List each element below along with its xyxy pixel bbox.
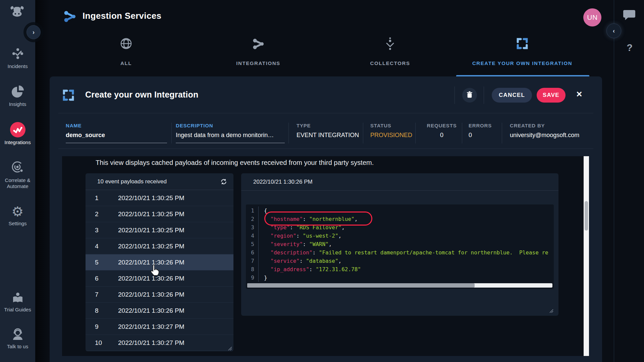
field-label: TYPE	[297, 123, 361, 128]
divider	[363, 123, 363, 143]
trial-guides-icon	[11, 299, 24, 305]
tab-label: COLLECTORS	[340, 60, 440, 66]
talk-to-us-icon	[11, 336, 24, 342]
description-input[interactable]: Ingest data from a demo monitorin…	[176, 132, 286, 139]
sidebar-item-integrations[interactable]: Integrations	[0, 122, 35, 145]
code-horizontal-scrollbar-thumb[interactable]	[247, 283, 475, 288]
cancel-button[interactable]: CANCEL	[492, 88, 532, 103]
panel-title: Create your own Integration	[85, 90, 198, 100]
insights-icon	[11, 94, 24, 99]
sidebar-shadow	[35, 0, 50, 362]
code-horizontal-scrollbar[interactable]	[247, 283, 552, 288]
help-icon[interactable]: ?	[625, 42, 635, 53]
field-label: ERRORS	[469, 123, 500, 128]
field-label: REQUESTS	[423, 123, 461, 128]
sidebar-item-label: Insights	[0, 101, 35, 107]
payload-row[interactable]: 3 2022/10/21 1:30:25 PM	[86, 222, 233, 238]
hand-cursor	[149, 264, 161, 280]
field-label: STATUS	[370, 123, 414, 128]
sidebar-item-insights[interactable]: Insights	[0, 85, 35, 107]
content-vertical-scrollbar[interactable]	[584, 156, 589, 356]
field-value: 0	[423, 132, 461, 139]
tab-label: ALL	[76, 60, 176, 66]
tab-integrations[interactable]: INTEGRATIONS	[208, 37, 309, 77]
divider	[462, 123, 462, 143]
expand-sidebar-button[interactable]: ›	[26, 25, 41, 39]
payload-detail-panel: 2022/10/21 1:30:26 PM 1 { 2 "hostname": …	[241, 173, 558, 316]
payload-row[interactable]: 4 2022/10/21 1:30:25 PM	[86, 238, 233, 254]
payload-row-number: 7	[95, 287, 99, 303]
code-text: "description": "Failed to restart damenp…	[259, 248, 548, 257]
sidebar-item-settings[interactable]: ⚙ Settings	[0, 204, 35, 227]
payload-row-timestamp: 2022/10/21 1:30:25 PM	[118, 206, 184, 222]
tab-collectors[interactable]: COLLECTORS	[340, 37, 440, 77]
list-resize-grip[interactable]	[228, 346, 232, 352]
chat-icon[interactable]	[623, 9, 636, 22]
code-text: "region": "us-west-2",	[259, 232, 341, 240]
sidebar-item-talk-to-us[interactable]: Talk to us	[0, 328, 35, 350]
field-type: TYPE EVENT INTEGRATION	[297, 123, 361, 139]
field-name[interactable]: NAME demo_source	[66, 123, 170, 139]
detail-resize-grip[interactable]	[549, 308, 553, 314]
code-line: 7 "service": "database",	[246, 257, 554, 265]
payload-row-number: 3	[95, 222, 99, 238]
line-number: 5	[246, 240, 259, 248]
line-number: 1	[246, 206, 259, 215]
code-line: 8 "ip_address": "172.31.62.78"	[246, 265, 554, 274]
payload-row-number: 4	[95, 238, 99, 254]
collapse-panel-button[interactable]: ‹	[606, 23, 621, 38]
payload-row-number: 2	[95, 206, 99, 222]
sidebar-item-label: Incidents	[0, 63, 35, 69]
code-line: 9 }	[246, 274, 554, 282]
payload-row-timestamp: 2022/10/21 1:30:26 PM	[118, 287, 184, 303]
tab-create-your-own-integration[interactable]: CREATE YOUR OWN INTEGRATION	[455, 37, 589, 77]
refresh-icon[interactable]	[220, 178, 227, 187]
line-number: 6	[246, 248, 259, 257]
payload-list: 10 event payloads received 1 2022/10/21 …	[86, 173, 233, 351]
field-created-by: CREATED BY university@moogsoft.com	[510, 123, 597, 139]
divider	[58, 113, 593, 113]
name-input[interactable]: demo_source	[66, 132, 170, 139]
line-number: 8	[246, 265, 259, 274]
trash-icon	[467, 91, 473, 100]
field-label: CREATED BY	[510, 123, 597, 128]
payload-row-timestamp: 2022/10/21 1:30:27 PM	[118, 335, 184, 351]
sidebar-item-correlate-automate[interactable]: Correlate & Automate	[0, 160, 35, 189]
save-button[interactable]: SAVE	[537, 88, 566, 103]
status-badge: PROVISIONED	[370, 132, 414, 139]
code-line: 6 "description": "Failed to restart dame…	[246, 248, 554, 257]
sidebar-item-trial-guides[interactable]: Trial Guides	[0, 292, 35, 313]
page-title: Ingestion Services	[83, 11, 161, 21]
payload-row[interactable]: 7 2022/10/21 1:30:26 PM	[86, 287, 233, 303]
integrations-tab-icon	[208, 37, 309, 52]
tab-all[interactable]: ALL	[76, 37, 176, 77]
line-number: 2	[246, 215, 259, 223]
line-number: 7	[246, 257, 259, 265]
moogsoft-cow-logo-icon[interactable]	[9, 5, 25, 19]
sidebar-item-label: Integrations	[0, 139, 35, 145]
sidebar-item-label: Correlate & Automate	[0, 177, 35, 189]
field-value: EVENT INTEGRATION	[297, 132, 361, 139]
field-label: DESCRIPTION	[176, 123, 286, 128]
payload-row-timestamp: 2022/10/21 1:30:27 PM	[118, 319, 184, 335]
close-icon[interactable]: ✕	[575, 90, 584, 99]
avatar[interactable]: UN	[583, 8, 601, 26]
page: Incidents Insights Integrations	[0, 0, 644, 362]
payload-row[interactable]: 2 2022/10/21 1:30:25 PM	[86, 206, 233, 222]
delete-button[interactable]	[462, 88, 477, 103]
incidents-icon	[11, 56, 24, 61]
tab-label: CREATE YOUR OWN INTEGRATION	[455, 60, 589, 66]
field-label: NAME	[66, 123, 170, 128]
payload-row[interactable]: 10 2022/10/21 1:30:27 PM	[86, 335, 233, 351]
field-description[interactable]: DESCRIPTION Ingest data from a demo moni…	[176, 123, 286, 139]
content-vertical-scrollbar-thumb[interactable]	[585, 201, 588, 231]
payload-row-timestamp: 2022/10/21 1:30:25 PM	[118, 238, 184, 254]
create-integration-icon	[455, 37, 589, 52]
payload-row[interactable]: 8 2022/10/21 1:30:26 PM	[86, 303, 233, 319]
payload-row[interactable]: 1 2022/10/21 1:30:25 PM	[86, 190, 233, 206]
payload-row[interactable]: 9 2022/10/21 1:30:27 PM	[86, 319, 233, 335]
sidebar-item-incidents[interactable]: Incidents	[0, 47, 35, 69]
create-integration-panel-icon	[62, 88, 75, 103]
code-line: 4 "region": "us-west-2",	[246, 232, 554, 240]
payload-count-label: 10 event payloads received	[97, 173, 167, 190]
